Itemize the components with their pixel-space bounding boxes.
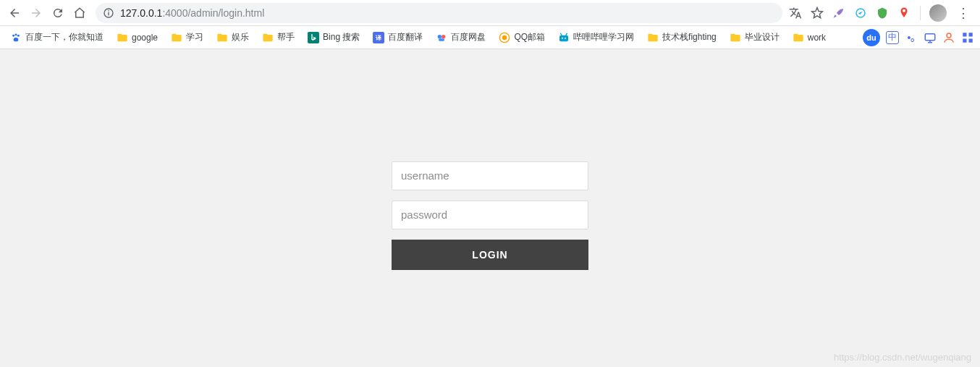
bookmark-baidu-translate[interactable]: 译 百度翻译 <box>368 29 427 46</box>
svg-rect-22 <box>969 33 973 36</box>
svg-point-11 <box>438 35 442 38</box>
feather-ext-icon[interactable] <box>832 6 846 20</box>
svg-point-18 <box>565 37 566 38</box>
password-input[interactable] <box>392 201 588 229</box>
svg-rect-13 <box>439 38 444 41</box>
shield-ext-icon[interactable] <box>875 6 890 20</box>
bookmark-graduation[interactable]: 毕业设计 <box>725 29 784 46</box>
profile-avatar[interactable] <box>929 4 947 22</box>
star-icon[interactable] <box>810 6 824 20</box>
username-input[interactable] <box>392 161 588 190</box>
svg-point-15 <box>502 35 507 40</box>
bookmark-baidu[interactable]: 百度一下，你就知道 <box>6 29 108 46</box>
bookmark-google[interactable]: google <box>112 30 162 46</box>
bookmark-entertainment[interactable]: 娱乐 <box>212 29 253 46</box>
svg-point-4 <box>12 34 14 36</box>
svg-rect-2 <box>108 10 109 11</box>
watermark-text: https://blog.csdn.net/wugenqiang <box>834 352 971 363</box>
bookmark-label: work <box>808 33 826 43</box>
baidu-pan-icon <box>436 32 447 43</box>
qqmail-icon <box>499 32 510 43</box>
home-button[interactable] <box>69 3 90 23</box>
baidu-translate-icon: 译 <box>373 32 384 43</box>
bookmark-label: 技术栈fighting <box>662 31 717 43</box>
bookmark-bing[interactable]: Bing 搜索 <box>303 29 364 46</box>
reload-button[interactable] <box>48 3 68 23</box>
login-button[interactable]: LOGIN <box>392 240 588 270</box>
svg-rect-1 <box>108 12 109 15</box>
browser-menu-button[interactable]: ⋮ <box>954 5 973 21</box>
bookmarks-right: du 中 •ₒ <box>863 29 974 46</box>
folder-icon <box>730 32 741 43</box>
bing-icon <box>308 32 319 43</box>
svg-rect-21 <box>963 33 966 36</box>
folder-icon <box>793 32 804 43</box>
bookmark-label: 毕业设计 <box>745 31 780 43</box>
svg-point-17 <box>562 37 563 38</box>
bookmark-label: 百度网盘 <box>451 31 486 43</box>
svg-point-6 <box>17 34 20 36</box>
browser-toolbar: 127.0.0.1:4000/admin/login.html ⋮ <box>0 0 980 26</box>
bookmark-label: 百度一下，你就知道 <box>25 31 104 43</box>
url-path: :4000/admin/login.html <box>162 7 264 19</box>
bookmark-label: 帮手 <box>277 31 295 43</box>
bookmark-label: 学习 <box>186 31 203 43</box>
baidu-paw-icon <box>10 32 22 43</box>
svg-rect-24 <box>969 38 973 42</box>
separator <box>920 6 921 20</box>
page-content: LOGIN https://blog.csdn.net/wugenqiang <box>0 49 980 367</box>
svg-rect-16 <box>559 35 568 41</box>
address-bar[interactable]: 127.0.0.1:4000/admin/login.html <box>96 3 782 23</box>
dots-ext-icon[interactable]: •ₒ <box>905 31 918 44</box>
pin-ext-icon[interactable] <box>897 6 911 20</box>
svg-text:译: 译 <box>375 35 382 41</box>
bookmark-label: 哔哩哔哩学习网 <box>573 31 634 43</box>
svg-rect-19 <box>925 33 935 40</box>
baidu-du-icon[interactable]: du <box>863 29 880 46</box>
bookmark-helper[interactable]: 帮手 <box>258 29 299 46</box>
svg-rect-23 <box>963 38 966 42</box>
bookmark-label: 百度翻译 <box>388 31 423 43</box>
folder-icon <box>117 32 128 43</box>
bookmark-label: QQ邮箱 <box>514 31 545 43</box>
folder-icon <box>647 32 659 43</box>
bookmarks-bar: 百度一下，你就知道 google 学习 娱乐 帮手 Bing 搜索 译 百度翻译… <box>0 26 980 49</box>
url-host: 127.0.0.1 <box>120 7 162 19</box>
site-info-icon[interactable] <box>103 7 114 19</box>
forward-button[interactable] <box>26 3 46 23</box>
back-button[interactable] <box>4 3 25 23</box>
sync-ext-icon[interactable] <box>853 6 868 20</box>
login-form: LOGIN <box>392 161 588 270</box>
grid-ext-icon[interactable] <box>961 31 974 44</box>
bookmark-qqmail[interactable]: QQ邮箱 <box>494 29 549 46</box>
translate-icon[interactable] <box>788 6 803 20</box>
bookmark-study[interactable]: 学习 <box>166 29 208 46</box>
svg-point-20 <box>947 33 951 38</box>
person-ext-icon[interactable] <box>942 31 955 44</box>
bookmark-label: google <box>132 33 158 43</box>
bookmark-label: 娱乐 <box>232 31 249 43</box>
folder-icon <box>262 32 274 43</box>
bookmark-tech[interactable]: 技术栈fighting <box>643 29 721 46</box>
monitor-ext-icon[interactable] <box>924 31 937 44</box>
svg-point-12 <box>442 35 445 38</box>
svg-point-7 <box>14 38 19 41</box>
bookmark-bilibili[interactable]: 哔哩哔哩学习网 <box>554 29 638 46</box>
url-text: 127.0.0.1:4000/admin/login.html <box>120 7 264 19</box>
svg-point-5 <box>15 33 17 35</box>
folder-icon <box>216 32 228 43</box>
toolbar-right: ⋮ <box>788 4 976 22</box>
zhong-icon[interactable]: 中 <box>886 31 899 44</box>
bookmark-baidu-pan[interactable]: 百度网盘 <box>431 29 490 46</box>
folder-icon <box>171 32 182 43</box>
bookmark-label: Bing 搜索 <box>323 31 360 43</box>
bookmark-work[interactable]: work <box>788 30 830 46</box>
bilibili-icon <box>558 32 570 43</box>
